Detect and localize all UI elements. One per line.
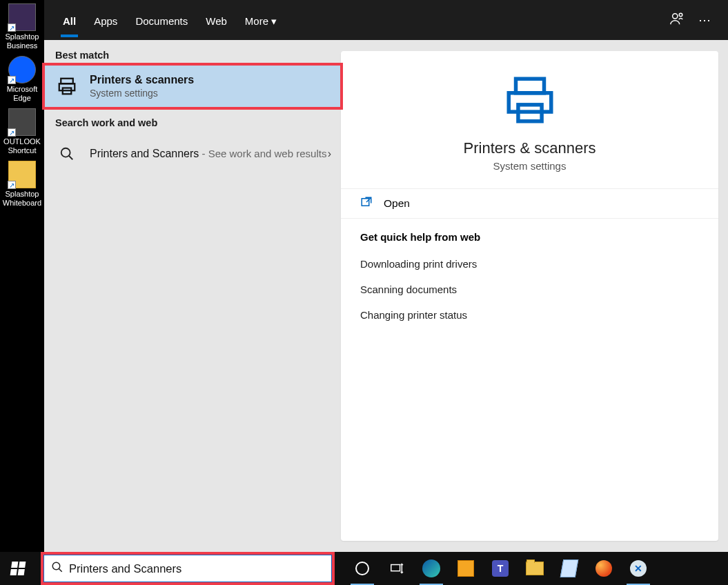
results-list: Best match Printers & scanners System se… <box>44 40 341 552</box>
svg-point-0 <box>673 13 678 18</box>
result-title: Printers & scanners <box>90 74 194 86</box>
result-subtitle: System settings <box>90 88 194 99</box>
best-match-label: Best match <box>44 40 341 65</box>
tab-documents[interactable]: Documents <box>126 3 197 37</box>
desktop-icons: ↗ Splashtop Business ↗ Microsoft Edge ↗ … <box>0 0 44 552</box>
outlook-icon <box>458 560 474 577</box>
search-input[interactable] <box>69 562 324 575</box>
taskbar-explorer[interactable] <box>518 552 552 585</box>
svg-point-11 <box>52 562 60 570</box>
taskview-icon <box>389 561 404 576</box>
account-icon[interactable] <box>663 11 691 30</box>
help-link-scanning[interactable]: Scanning documents <box>341 277 718 302</box>
svg-rect-7 <box>515 79 544 93</box>
open-label: Open <box>384 197 410 210</box>
taskbar-search[interactable] <box>43 554 333 583</box>
desktop-icon-outlook[interactable]: ↗ OUTLOOK Shortcut <box>1 108 43 155</box>
tab-web[interactable]: Web <box>197 3 236 37</box>
search-tabbar: All Apps Documents Web More▾ ⋯ <box>44 0 728 40</box>
taskbar-edge[interactable] <box>414 552 449 585</box>
printer-icon <box>54 73 80 99</box>
tab-all[interactable]: All <box>54 3 85 37</box>
result-printers-scanners[interactable]: Printers & scanners System settings <box>44 65 341 108</box>
file-explorer-icon <box>526 562 544 575</box>
more-icon[interactable]: ⋯ <box>691 12 718 28</box>
svg-point-5 <box>61 148 70 157</box>
quick-help-header: Get quick help from web <box>341 219 718 251</box>
desktop-icon-edge[interactable]: ↗ Microsoft Edge <box>1 56 43 103</box>
detail-title: Printers & scanners <box>355 139 705 157</box>
start-button[interactable] <box>0 552 36 585</box>
svg-rect-8 <box>509 93 551 112</box>
svg-line-12 <box>59 568 62 572</box>
tab-more[interactable]: More▾ <box>236 3 286 38</box>
search-icon <box>54 141 80 167</box>
taskbar-notepad[interactable] <box>552 552 587 585</box>
desktop-icon-splashtop-whiteboard[interactable]: ↗ Splashtop Whiteboard <box>1 161 43 208</box>
taskbar-splashtop[interactable]: ✕ <box>621 552 656 585</box>
help-link-drivers[interactable]: Downloading print drivers <box>341 251 718 277</box>
result-web-printers-scanners[interactable]: Printers and Scanners - See work and web… <box>44 132 341 175</box>
svg-rect-13 <box>391 565 400 571</box>
tab-apps[interactable]: Apps <box>85 3 126 37</box>
windows-logo-icon <box>10 562 26 575</box>
taskbar-outlook[interactable] <box>449 552 483 585</box>
taskbar-cortana[interactable] <box>345 552 380 585</box>
taskbar-search-wrap <box>43 554 333 583</box>
help-link-status[interactable]: Changing printer status <box>341 302 718 328</box>
search-flyout: All Apps Documents Web More▾ ⋯ Best matc… <box>44 0 728 552</box>
notepad-icon <box>560 559 579 577</box>
search-icon <box>51 561 63 576</box>
open-icon <box>360 196 373 211</box>
taskbar: T ✕ <box>0 552 728 585</box>
chevron-right-icon: › <box>328 148 331 160</box>
firefox-icon <box>596 560 612 577</box>
svg-line-6 <box>69 156 73 160</box>
svg-rect-10 <box>362 199 369 206</box>
edge-icon <box>422 559 440 577</box>
svg-point-1 <box>679 13 682 17</box>
chevron-down-icon: ▾ <box>271 15 277 28</box>
taskbar-teams[interactable]: T <box>483 552 518 585</box>
printer-large-icon <box>355 72 705 131</box>
circle-icon <box>355 562 369 575</box>
taskbar-taskview[interactable] <box>380 552 414 585</box>
splashtop-icon: ✕ <box>630 560 647 577</box>
search-work-web-label: Search work and web <box>44 108 341 132</box>
result-title: Printers and Scanners - See work and web… <box>90 148 326 160</box>
svg-rect-3 <box>59 83 75 90</box>
desktop-icon-splashtop-business[interactable]: ↗ Splashtop Business <box>1 3 43 50</box>
open-action[interactable]: Open <box>341 189 718 219</box>
teams-icon: T <box>492 560 509 577</box>
taskbar-firefox[interactable] <box>587 552 621 585</box>
detail-pane: Printers & scanners System settings Open… <box>341 40 728 552</box>
detail-subtitle: System settings <box>355 160 705 172</box>
